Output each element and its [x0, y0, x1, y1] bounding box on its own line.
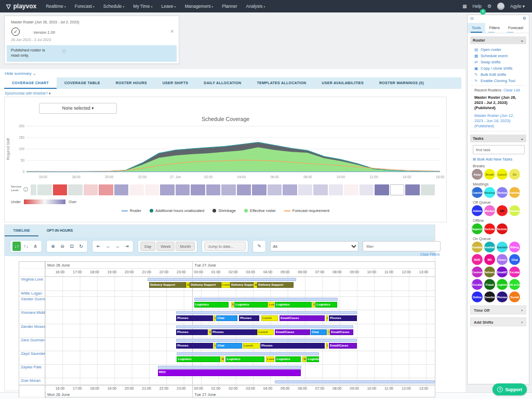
gear-icon[interactable]: ⚙	[487, 4, 491, 9]
first-page-button[interactable]: ⇤	[95, 242, 103, 251]
task-availabl[interactable]: Availabl	[497, 242, 508, 252]
shift-bar-br[interactable]: Br	[254, 282, 257, 288]
user-link-zaylee-pate[interactable]: Zaylee Pate	[21, 365, 42, 369]
availability-bar[interactable]	[275, 380, 435, 383]
shift-bar-logistics[interactable]: Logistics	[315, 302, 337, 308]
tab-daily-allocation[interactable]: DAILY ALLOCATION	[196, 77, 249, 89]
sidebar-link-open-roster[interactable]: ▤ Open roster	[474, 47, 522, 53]
toggle-icon[interactable]: ◐	[49, 91, 51, 96]
bulk-add-tasks-link[interactable]: ⊞ Bulk Add New Tasks	[473, 157, 524, 162]
task-away[interactable]: Away	[472, 169, 483, 180]
apps-grid-icon[interactable]: ▦	[462, 4, 467, 9]
task-bo[interactable]: BO	[484, 254, 495, 265]
task-email-c[interactable]: Email/C	[497, 267, 508, 277]
task-online[interactable]: Online	[472, 291, 483, 302]
tab-templates-allocation[interactable]: TEMPLATES ALLOCATION	[249, 77, 314, 89]
series-selector-dropdown[interactable]: None selected ▾	[39, 103, 117, 114]
shift-bar-lunch[interactable]: Lunch	[221, 282, 230, 288]
sync-with-timeline[interactable]: Synchronise with timeline? ◐	[5, 91, 51, 96]
task-cases[interactable]: Cases	[497, 254, 508, 265]
tab-coverage-table[interactable]: COVERAGE TABLE	[57, 77, 108, 89]
zoom-fit-button[interactable]: ⊡	[68, 242, 76, 251]
shift-bar-lunch[interactable]: Lunch	[243, 343, 260, 349]
support-button[interactable]: ? Support	[493, 383, 527, 395]
shift-bar-phones[interactable]: Phones	[176, 343, 213, 349]
sidebar-tab-tools[interactable]: Tools	[468, 23, 485, 33]
tab-timeline[interactable]: TIMELINE	[5, 225, 38, 236]
shift-bar-logistics[interactable]: Logistics	[307, 356, 319, 362]
shift-bar-br[interactable]: Br	[231, 302, 234, 308]
availability-bar[interactable]	[176, 325, 353, 328]
sidebar-link-schedule-event[interactable]: ▦ Schedule event	[474, 53, 522, 59]
shift-bar-lunch[interactable]: Lunch	[268, 302, 274, 308]
month-view-button[interactable]: Month	[176, 242, 195, 251]
shift-bar-lunch[interactable]: Lunch	[257, 329, 274, 335]
tab-user-availabilities[interactable]: USER AVAILABILITIES	[314, 77, 371, 89]
task-custom[interactable]: Custom	[472, 267, 483, 277]
section-add-shifts[interactable]: Add Shifts›	[470, 317, 526, 326]
shift-bar-lunch[interactable]: Lunch	[261, 315, 278, 321]
task-delivery[interactable]: Delivery	[484, 267, 495, 277]
task-overtim[interactable]: Overtim	[484, 291, 495, 302]
shift-bar-email-cases[interactable]: Email/Cases	[329, 343, 357, 349]
last-page-button[interactable]: ⇥	[123, 242, 131, 251]
task-escalat[interactable]: Escalat	[509, 267, 520, 277]
panel-collapse-icon[interactable]: ⊡	[470, 16, 474, 23]
shift-bar-email-cases[interactable]: Email/Cases	[275, 329, 310, 335]
shift-bar-phones[interactable]: Phones	[260, 343, 325, 349]
task-training[interactable]: Training	[509, 187, 520, 198]
heart-icon[interactable]: ♡	[62, 49, 66, 55]
nav-item-schedule[interactable]: Schedule▾	[103, 4, 124, 9]
find-task-input[interactable]	[473, 145, 525, 154]
pencil-icon[interactable]: ✎	[255, 242, 263, 251]
task-off[interactable]: Off	[497, 205, 508, 216]
zoom-out-button[interactable]: ⊖	[58, 242, 66, 251]
task-review[interactable]: Review	[497, 187, 508, 198]
user-link-zara-guzman[interactable]: Zara Guzman	[21, 338, 45, 342]
shift-bar-rdo[interactable]: RDO	[158, 369, 301, 376]
tab-roster-hours[interactable]: ROSTER HOURS	[108, 77, 155, 89]
avatar[interactable]	[497, 3, 504, 10]
shift-bar-logistics[interactable]: Logistics	[177, 356, 220, 362]
filter-input[interactable]	[363, 241, 441, 251]
shift-bar-br[interactable]: Br	[327, 329, 329, 335]
shift-bar-delivery-support[interactable]: Delivery Support	[190, 282, 221, 288]
sidebar-gear-icon[interactable]: ⚙	[523, 16, 526, 23]
help-link[interactable]: Help	[473, 4, 482, 9]
availability-bar[interactable]	[158, 366, 302, 369]
shift-bar-email-cases[interactable]: Email/Cases	[330, 329, 353, 335]
task-lunch[interactable]: Lunch	[497, 169, 508, 180]
task-logistic[interactable]: Logistic	[497, 279, 508, 290]
nav-item-management[interactable]: Management▾	[185, 4, 214, 9]
sidebar-link-enable-cloning-tool[interactable]: ✎ Enable Cloning Tool	[474, 78, 522, 84]
shift-bar-phones[interactable]: Phones	[176, 315, 213, 321]
shift-bar-logistics[interactable]: Logistics	[275, 356, 301, 362]
task-billing[interactable]: Billing	[509, 242, 520, 252]
task-technic[interactable]: Technic	[497, 223, 508, 234]
availability-bar[interactable]	[176, 311, 357, 314]
sort-descending-button[interactable]: ↑↓	[22, 242, 30, 251]
day-view-button[interactable]: Day	[140, 242, 155, 251]
sidebar-tab-forecast[interactable]: Forecast	[504, 23, 527, 33]
shift-bar-lunch[interactable]: Lunch	[266, 356, 274, 362]
task-availabl[interactable]: Availabl	[472, 242, 483, 252]
close-icon[interactable]: ×	[170, 29, 174, 34]
task-fraud[interactable]: Fraud	[484, 279, 495, 290]
shift-bar-logistics[interactable]: Logistics	[194, 302, 229, 308]
shift-bar-email-cases[interactable]: Email/Cases	[280, 315, 325, 321]
next-page-button[interactable]: →	[113, 242, 122, 251]
user-link-xiomara-middleton[interactable]: Xiomara Middleton	[21, 310, 45, 315]
task-chat[interactable]: Chat	[509, 254, 520, 265]
group-tree-button[interactable]: ⋔	[31, 242, 39, 251]
shift-bar-phones[interactable]: Phones	[176, 329, 208, 335]
task-meeting[interactable]: Meeting	[484, 187, 495, 198]
task-marketi[interactable]: Marketi	[484, 205, 495, 216]
task-on-a-ca[interactable]: On a Ca	[509, 279, 520, 290]
user-link-willie-logan[interactable]: Willie Logan	[21, 291, 42, 296]
user-link-zayd-saunders[interactable]: Zayd Saunders	[21, 351, 45, 356]
task-coachin[interactable]: Coachin	[472, 187, 483, 198]
tab-coverage-chart[interactable]: COVERAGE CHART	[4, 77, 57, 89]
sidebar-tab-filters[interactable]: Filters	[485, 23, 504, 33]
shift-bar-br[interactable]: Br	[312, 302, 315, 308]
shift-bar-chat[interactable]: Chat	[216, 343, 242, 349]
